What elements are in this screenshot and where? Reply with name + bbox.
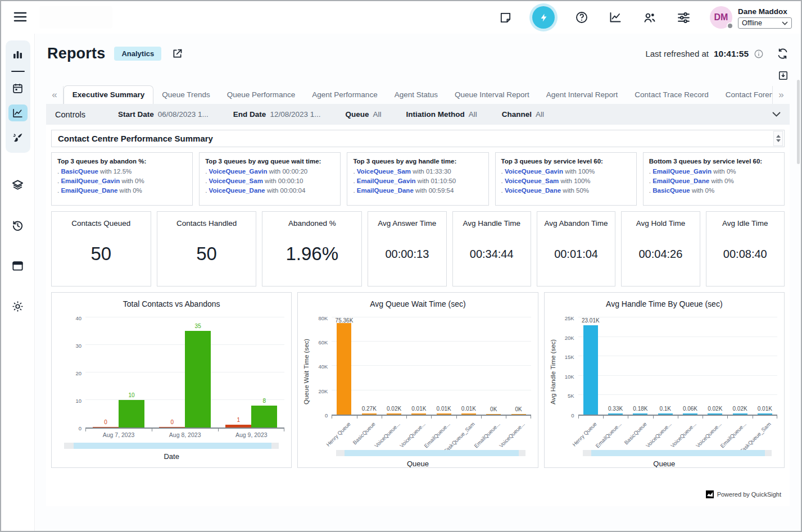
chart-h-scrollbar-thumb[interactable] <box>591 450 765 456</box>
chart-bar[interactable] <box>511 414 526 415</box>
tab-executive-summary[interactable]: Executive Summary <box>64 85 153 104</box>
chart-bar[interactable] <box>387 413 401 415</box>
chart-bar[interactable] <box>758 413 772 415</box>
chart-bar[interactable] <box>733 413 747 415</box>
tab-contact-trace-record[interactable]: Contact Trace Record <box>626 86 717 104</box>
insight-with-text: with <box>709 178 724 184</box>
team-icon[interactable] <box>642 11 656 24</box>
tab-queue-trends[interactable]: Queue Trends <box>153 86 219 104</box>
chart-bar[interactable] <box>658 413 673 415</box>
sidebar-item-layers[interactable] <box>8 176 28 193</box>
sidebar-item-schedule[interactable] <box>8 80 28 97</box>
refresh-icon[interactable] <box>777 48 789 60</box>
queue-link[interactable]: EmailQueue_Gavin <box>357 178 416 184</box>
sidebar-item-reports[interactable] <box>8 104 28 121</box>
kpi-value: 50 <box>91 228 112 286</box>
control-field-intiation-method[interactable]: Intiation MethodAll <box>406 110 477 119</box>
chart-h-scrollbar-thumb[interactable] <box>74 443 271 449</box>
tabs-scroll-right-icon[interactable]: » <box>772 86 790 104</box>
chart-bar[interactable] <box>119 400 144 428</box>
kpi-value: 50 <box>196 228 217 286</box>
chart-bar[interactable] <box>461 413 476 415</box>
chart-h-scrollbar-thumb[interactable] <box>345 450 518 456</box>
kpi-label: Abandoned % <box>288 219 336 228</box>
bar-value-label: 0.1K <box>659 406 671 412</box>
menu-icon[interactable] <box>11 9 29 26</box>
chart-y-axis-title: Queue Wait Time (sec) <box>301 312 311 448</box>
queue-link[interactable]: VoiceQueue_Gavin <box>209 168 268 175</box>
tab-agent-performance[interactable]: Agent Performance <box>303 86 386 104</box>
tab-contact-forensics[interactable]: Contact Forensics <box>717 86 772 104</box>
preferences-sliders-icon[interactable] <box>677 11 691 24</box>
chart-bar[interactable] <box>93 427 119 428</box>
queue-link[interactable]: VoiceQueue_Sam <box>505 178 559 184</box>
bar-value-label: 0.01K <box>461 406 476 412</box>
avatar[interactable]: DM <box>710 6 732 29</box>
sidebar-item-workspace[interactable] <box>8 257 28 274</box>
chart-bar[interactable] <box>633 413 647 415</box>
summary-spinner[interactable] <box>773 131 783 146</box>
chart-bar[interactable] <box>411 413 426 415</box>
x-category-label: VoiceQueue... <box>669 421 697 449</box>
sidebar-item-dashboards[interactable] <box>8 46 28 63</box>
spinner-up-icon[interactable] <box>776 135 781 138</box>
queue-link[interactable]: EmailQueue_Gavin <box>653 168 712 175</box>
control-field-channel[interactable]: ChannelAll <box>502 110 544 119</box>
queue-link[interactable]: BasicQueue <box>61 168 98 175</box>
chart-bar[interactable] <box>708 413 722 415</box>
chart-bar[interactable] <box>683 413 697 415</box>
spinner-down-icon[interactable] <box>776 139 781 142</box>
download-icon[interactable] <box>778 70 789 81</box>
queue-link[interactable]: EmailQueue_Gavin <box>61 178 120 184</box>
queue-link[interactable]: VoiceQueue_Sam <box>357 168 411 175</box>
charts-row: Total Contacts vs Abandons01020304000110… <box>51 292 785 468</box>
notes-icon[interactable] <box>499 11 512 24</box>
summary-title: Contact Centre Performance Summary <box>58 134 213 143</box>
chart-bar[interactable] <box>437 413 451 415</box>
status-select-value: Offline <box>742 19 762 27</box>
vertical-scrollbar[interactable] <box>797 80 800 164</box>
tab-queue-interval-report[interactable]: Queue Interval Report <box>446 86 538 104</box>
sidebar-item-history[interactable] <box>8 217 28 234</box>
sidebar-item-settings[interactable] <box>8 298 28 315</box>
chart-bar[interactable] <box>251 406 277 428</box>
insight-item: . EmailQueue_Dane with 0% <box>649 178 778 184</box>
chart-bar[interactable] <box>362 413 377 415</box>
queue-link[interactable]: EmailQueue_Dane <box>357 187 414 194</box>
boost-icon[interactable] <box>532 6 555 29</box>
queue-link[interactable]: EmailQueue_Dane <box>653 178 709 184</box>
queue-link[interactable]: BasicQueue <box>653 187 690 194</box>
control-field-end-date[interactable]: End Date12/08/2023 1... <box>233 110 321 119</box>
queue-link[interactable]: VoiceQueue_Dane <box>505 187 561 194</box>
help-icon[interactable] <box>575 11 588 24</box>
x-tick-mark <box>332 416 332 419</box>
status-select[interactable]: Offline <box>738 17 792 29</box>
tab-agent-status[interactable]: Agent Status <box>386 86 446 104</box>
kpi-label: Contacts Handled <box>176 219 237 228</box>
tab-agent-interval-report[interactable]: Agent Interval Report <box>538 86 627 104</box>
chart-bar[interactable] <box>583 325 598 415</box>
queue-link[interactable]: VoiceQueue_Dane <box>209 187 265 194</box>
chart-bar[interactable] <box>159 427 185 428</box>
analytics-chart-icon[interactable] <box>609 11 622 24</box>
chart-bar[interactable] <box>337 323 351 415</box>
queue-link[interactable]: VoiceQueue_Gavin <box>505 168 563 175</box>
queue-link[interactable]: VoiceQueue_Sam <box>209 178 263 184</box>
chart-bar[interactable] <box>185 331 211 428</box>
y-tick-label: 5K <box>568 393 574 399</box>
info-icon[interactable] <box>754 49 764 59</box>
tab-queue-performance[interactable]: Queue Performance <box>219 86 304 104</box>
y-tick-label: 20K <box>318 388 328 394</box>
open-in-new-icon[interactable] <box>171 48 183 60</box>
queue-link[interactable]: EmailQueue_Dane <box>61 187 117 194</box>
sidebar-item-design[interactable] <box>8 129 28 146</box>
control-field-queue[interactable]: QueueAll <box>345 110 381 119</box>
control-field-start-date[interactable]: Start Date06/08/2023 1... <box>118 110 209 119</box>
chart-bar[interactable] <box>608 413 623 415</box>
chart-bar[interactable] <box>486 414 501 415</box>
tab-bar: « Executive SummaryQueue TrendsQueue Per… <box>46 85 790 104</box>
chart-bar[interactable] <box>225 425 251 428</box>
control-field-label: Intiation Method <box>406 110 464 119</box>
tabs-scroll-left-icon[interactable]: « <box>46 86 64 104</box>
controls-collapse-chevron-icon[interactable] <box>772 110 781 119</box>
